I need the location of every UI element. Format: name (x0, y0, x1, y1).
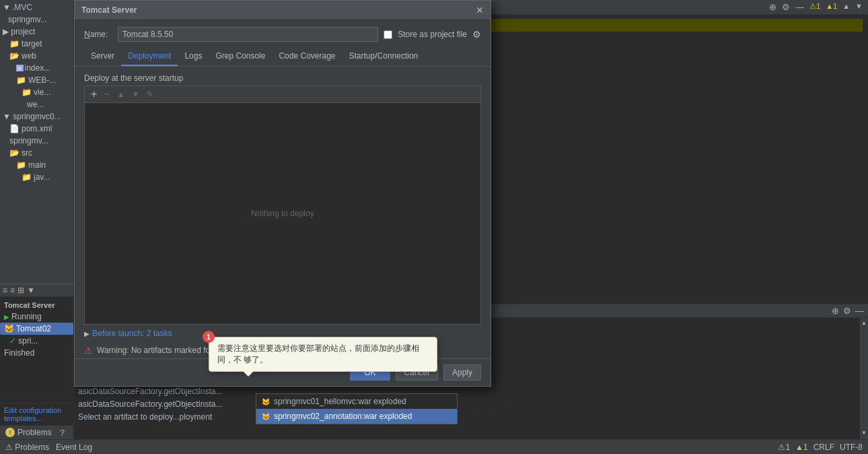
log-line-8: Select an artifact to deploy...ployment (78, 411, 864, 424)
run-label-tomcat02: Tomcat02 (16, 324, 51, 333)
line-info: CRLF (813, 443, 834, 452)
label-target: target (22, 39, 42, 48)
chevron-down-icon[interactable]: ▼ (855, 2, 863, 12)
store-label: Store as project file (398, 30, 467, 39)
gear-button[interactable]: ⚙ (472, 29, 481, 40)
tab-grep[interactable]: Grep Console (209, 47, 272, 66)
apply-button[interactable]: Apply (443, 364, 481, 381)
folder-icon-src: 📂 (9, 148, 20, 158)
tree-item-vie[interactable]: 📁 vie... (0, 86, 73, 98)
err-count: ▲1 (795, 443, 808, 452)
tree-item-jav[interactable]: 📁 jav... (0, 171, 73, 183)
label-web-inf: WEB-... (28, 75, 56, 85)
label-springmv: springmv... (8, 15, 47, 24)
run-toolbar-icon-1[interactable]: ≡ (3, 286, 7, 295)
artifact-icon-2: 🐱 (262, 413, 270, 420)
artifact-label-2: springmvc02_annotation:war exploded (274, 412, 412, 421)
deploy-content: Nothing to deploy (84, 102, 481, 325)
tree-item-springmv[interactable]: springmv... (0, 13, 73, 26)
label-main: main (28, 160, 46, 170)
editor-icon-2[interactable]: ⚙ (782, 2, 790, 12)
tab-logs[interactable]: Logs (178, 47, 209, 66)
dialog-title-bar: Tomcat Server ✕ (75, 1, 491, 20)
run-item-finished[interactable]: Finished (0, 347, 73, 359)
editor-icon-3[interactable]: — (795, 2, 804, 12)
chevron-up-icon[interactable]: ▲ (842, 2, 850, 12)
label-index-text: index... (25, 63, 51, 73)
dialog-title-text: Tomcat Server (81, 5, 137, 15)
run-item-running[interactable]: ▶ Running (0, 311, 73, 323)
run-toolbar-icon-3[interactable]: ⊞ (17, 286, 24, 295)
label-pom: pom.xml (22, 124, 52, 133)
tree-item-project[interactable]: ▶ project (0, 26, 73, 38)
scroll-up-icon[interactable]: ▲ (861, 319, 867, 328)
tree-item-index[interactable]: js index... (0, 62, 73, 74)
problems-label: Problems (17, 428, 52, 437)
nothing-to-deploy-text: Nothing to deploy (251, 209, 314, 218)
deploy-up-btn[interactable]: ▲ (115, 90, 127, 99)
run-item-spri[interactable]: ✓ spri... (0, 335, 73, 347)
deploy-label: Deploy at the server startup (84, 73, 183, 83)
editor-icon-1[interactable]: ⊕ (769, 2, 776, 12)
log-toolbar-icon-3[interactable]: — (855, 306, 864, 316)
balloon-number: 1 (203, 331, 215, 343)
artifact-icon-1: 🐱 (262, 398, 270, 406)
deploy-add-btn[interactable]: + (89, 88, 99, 100)
problems-tab-bottom[interactable]: ⚠ Problems (5, 443, 49, 452)
label-mvc: .MVC (12, 3, 32, 12)
deploy-remove-btn[interactable]: − (102, 88, 112, 100)
store-checkbox[interactable] (384, 30, 392, 39)
scroll-down-icon[interactable]: ▼ (861, 429, 867, 438)
tree-item-pom[interactable]: 📄 pom.xml (0, 123, 73, 135)
label-springmvc0: ▼ springmvc0... (3, 112, 61, 121)
tab-coverage[interactable]: Code Coverage (272, 47, 342, 66)
tab-startup[interactable]: Startup/Connection (342, 47, 425, 66)
tree-item-web-inf[interactable]: 📁 WEB-... (0, 74, 73, 86)
folder-icon-web: 📂 (9, 51, 20, 61)
log-toolbar-icon-2[interactable]: ⚙ (843, 306, 851, 316)
problems-tab[interactable]: ! Problems (0, 426, 57, 439)
label-web: web (22, 51, 36, 61)
run-item-tomcat02[interactable]: 🐱 Tomcat02 (0, 323, 73, 335)
deploy-edit-btn[interactable]: ✎ (144, 89, 156, 100)
help-icon[interactable]: ? (60, 428, 65, 438)
folder-icon-vie: 📁 (22, 88, 32, 97)
run-toolbar-icon-2[interactable]: ≡ (10, 286, 15, 295)
tab-server[interactable]: Server (84, 47, 121, 66)
tomcat-icon-run: 🐱 (4, 324, 14, 333)
before-launch-label: Before launch: 2 tasks (92, 329, 172, 338)
tree-item-mvc[interactable]: ▼ .MVC (0, 1, 73, 13)
tab-deployment[interactable]: Deployment (121, 47, 178, 66)
tree-item-springmvc0[interactable]: ▼ springmvc0... (0, 110, 73, 123)
name-input[interactable] (118, 27, 378, 42)
before-launch-arrow: ▶ (84, 330, 89, 337)
run-label-running: Running (11, 312, 42, 321)
label-src: src (22, 148, 32, 158)
edit-config-link[interactable]: Edit configuration templates... (0, 403, 73, 425)
event-log-tab[interactable]: Event Log (56, 443, 92, 452)
run-toolbar-icon-4[interactable]: ▼ (27, 286, 35, 295)
label-jav: jav... (34, 172, 50, 182)
tree-item-main[interactable]: 📁 main (0, 159, 73, 171)
run-label-spri: spri... (18, 336, 38, 346)
deploy-down-btn[interactable]: ▼ (130, 90, 142, 99)
dialog-close-button[interactable]: ✕ (476, 5, 484, 15)
tree-item-src[interactable]: 📂 src (0, 147, 73, 159)
dropdown-item-2[interactable]: 🐱 springmvc02_annotation:war exploded (256, 409, 457, 424)
warn-count: ⚠1 (778, 443, 790, 452)
tree-item-springmv2[interactable]: springmv... (0, 135, 73, 147)
label-vie: vie... (34, 88, 50, 97)
run-header: Tomcat Server (0, 300, 73, 311)
dropdown-item-1[interactable]: 🐱 springmvc01_hellomvc:war exploded (256, 394, 457, 409)
log-toolbar-icon-1[interactable]: ⊕ (832, 306, 839, 316)
artifact-dropdown[interactable]: 🐱 springmvc01_hellomvc:war exploded 🐱 sp… (256, 393, 458, 424)
folder-icon-web-inf: 📁 (16, 75, 26, 85)
tree-item-target[interactable]: 📁 target (0, 38, 73, 50)
encoding-info: UTF-8 (840, 443, 863, 452)
log-line-7: asicDataSourceFactory.getObjectInsta... (78, 398, 864, 411)
tree-item-we[interactable]: we... (0, 98, 73, 110)
tree-item-web[interactable]: 📂 web (0, 50, 73, 62)
log-line-6: asicDataSourceFactory.getObjectInsta... (78, 385, 864, 398)
run-label-finished: Finished (4, 348, 34, 358)
label-we: we... (27, 100, 44, 109)
